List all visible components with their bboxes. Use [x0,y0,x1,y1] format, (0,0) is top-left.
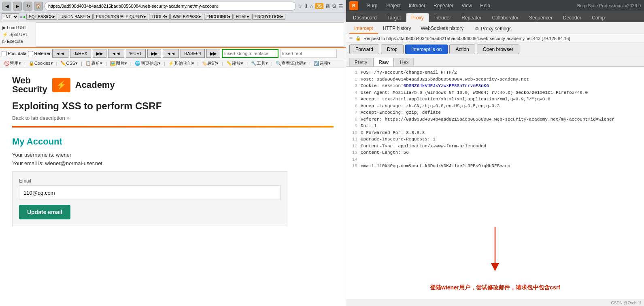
execute-icon: ▷ [2,39,6,44]
b64-btn[interactable]: BASE64 [181,49,205,58]
view-tab-hex[interactable]: Hex [395,58,414,66]
tools-btn[interactable]: TOOLS▾ [149,14,170,20]
browser-chrome: ◀ ▶ ↻ 🏠 ☆ ⬇ ⌂ JS 🖥 ⚙ ☰ [0,0,346,13]
source-item[interactable]: 🔍查看源代码▾ [274,60,308,67]
cookies-item[interactable]: 🔒Cookies▾ [27,60,55,66]
home-button[interactable]: 🏠 [34,2,43,11]
post-data-checkbox-label[interactable]: Post data [2,51,26,56]
sep9: | [247,61,248,66]
split-url-icon: ⚡ [2,32,8,37]
tab-target[interactable]: Target [382,13,406,22]
update-email-button[interactable]: Update email [19,205,70,219]
b64-right-btn[interactable]: ▶▶ [206,49,220,58]
subtab-http-history[interactable]: HTTP history [378,24,416,34]
proxy-settings-label: Proxy settings [481,26,511,32]
web-security-text: WebSecurity [12,76,47,94]
hackbar-textarea[interactable] [36,22,344,47]
load-url-item[interactable]: ▶ Load URL [2,25,34,31]
tools-ctx-item[interactable]: 🔧工具▾ [249,60,270,67]
http-content[interactable]: 1POST /my-account/change-email HTTP/22Ho… [346,67,644,227]
open-browser-button[interactable]: Open browser [477,45,519,54]
edit-icon: ✏ [349,36,353,41]
css-item[interactable]: ✏️CSS▾ [59,60,79,66]
encryption-btn[interactable]: ENCRYPTION▾ [252,14,285,20]
subtab-websockets[interactable]: WebSockets history [416,24,469,34]
sql-basics-btn[interactable]: SQL BASICS▾ [26,14,57,20]
burp-menubar: B Burp Project Intruder Repeater View He… [346,0,644,11]
tab-collaborator[interactable]: Collaborator [487,13,524,22]
view-tab-raw[interactable]: Raw [373,58,394,66]
drop-button[interactable]: Drop [381,45,404,54]
split-url-item[interactable]: ⚡ Split URL [2,32,34,38]
int-select[interactable]: INT [2,13,19,20]
disable-item[interactable]: 🚫禁用▾ [2,60,23,67]
subtab-intercept[interactable]: Intercept [349,24,378,34]
red-divider [12,126,334,128]
pct-right-btn[interactable]: ▶▶ [147,49,161,58]
union-based-btn[interactable]: UNION BASED▾ [58,14,93,20]
0xhex-btn[interactable]: 0xHEX [70,49,91,58]
intercept-on-button[interactable]: Intercept is on [405,45,448,54]
email-form-input[interactable] [19,185,281,200]
mark-item[interactable]: 🏷️标记▾ [200,60,220,67]
view-tab-pretty[interactable]: Pretty [349,58,372,66]
options-item[interactable]: ☑️选项▾ [312,60,332,67]
tab-dashboard[interactable]: Dashboard [348,13,382,22]
tab-proxy[interactable]: Proxy [406,13,429,22]
line-content: email=110%40qq.com&csrf=k6DqdxV0KJilxe2f… [361,163,510,170]
username-info: Your username is: wiener [12,152,334,158]
img-item[interactable]: 🖼️图片▾ [108,60,129,67]
tab-sequencer[interactable]: Sequencer [524,13,558,22]
line-number: 15 [349,163,357,170]
burp-menu-project[interactable]: Project [384,2,402,9]
burp-menu-view[interactable]: View [460,2,474,9]
pageinfo-item[interactable]: 🌐网页信息▾ [133,60,162,67]
line-number: 1 [349,69,357,76]
http-line: 15email=110%40qq.com&csrf=k6DqdxV0KJilxe… [349,163,641,170]
pct-btn[interactable]: %URL [126,49,146,58]
forward-button[interactable]: Forward [349,45,379,54]
http-line: 12Content-Type: application/x-www-form-u… [349,143,641,150]
0xhex-right-btn[interactable]: ▶▶ [93,49,106,58]
tab-repeater[interactable]: Repeater [456,13,487,22]
other-item[interactable]: ⚡其他功能▾ [167,60,196,67]
form-item[interactable]: 📋表单▾ [84,60,104,67]
http-line: 1POST /my-account/change-email HTTP/2 [349,69,641,76]
forward-button[interactable]: ▶ [13,2,22,11]
proxy-settings-btn[interactable]: ⚙ Proxy settings [472,24,514,33]
b64-left-btn[interactable]: ◄◄ [163,49,179,58]
tab-decoder[interactable]: Decoder [558,13,587,22]
execute-item[interactable]: ▷ Execute [2,38,34,45]
referrer-checkbox[interactable] [28,51,33,56]
line-content: X-Forwarded-For: 8.8.8.8 [361,130,425,136]
waf-bypass-btn[interactable]: WAF BYPASS▾ [170,14,203,20]
pct-left-btn[interactable]: ◄◄ [108,49,124,58]
line-number: 2 [349,76,357,83]
burp-menu-intruder[interactable]: Intruder [407,2,427,9]
zoom-item[interactable]: 📏缩放▾ [225,60,245,67]
reload-button[interactable]: ↻ [23,2,32,11]
back-link[interactable]: Back to lab description » [12,115,334,121]
action-button[interactable]: Action [449,45,475,54]
0xhex-left-btn[interactable]: ◄◄ [52,49,68,58]
error-double-btn[interactable]: ERROR/DOUBLE QUERY▾ [94,14,148,20]
address-bar[interactable] [45,2,296,11]
encoding-btn[interactable]: ENCODING▾ [204,14,233,20]
hackbar-left: ▶ Load URL ⚡ Split URL ▷ Execute [2,25,34,45]
referrer-checkbox-label[interactable]: Referrer [28,51,50,56]
tab-comp[interactable]: Comp [587,13,610,22]
replace-string-input[interactable] [280,49,337,58]
burp-menu-repeater[interactable]: Repeater [432,2,455,9]
html-btn[interactable]: HTML▾ [234,14,251,20]
back-button[interactable]: ◀ [2,2,11,11]
str-replace-toolbar: Post data Referrer ◄◄ 0xHEX ▶▶ ◄◄ %URL ▶… [0,48,346,59]
post-data-checkbox[interactable] [2,51,7,56]
burp-menu-burp[interactable]: Burp [366,2,379,9]
web-body: WebSecurity ⚡ Academy Exploiting XSS to … [0,68,346,234]
burp-menu-help[interactable]: Help [478,2,492,9]
green-dot2: ● [23,15,26,19]
screen-icon: 🖥 [325,3,330,9]
insert-string-input[interactable] [222,49,278,58]
burp-actions: Forward Drop Intercept is on Action Open… [346,43,644,56]
tab-intruder[interactable]: Intruder [429,13,456,22]
